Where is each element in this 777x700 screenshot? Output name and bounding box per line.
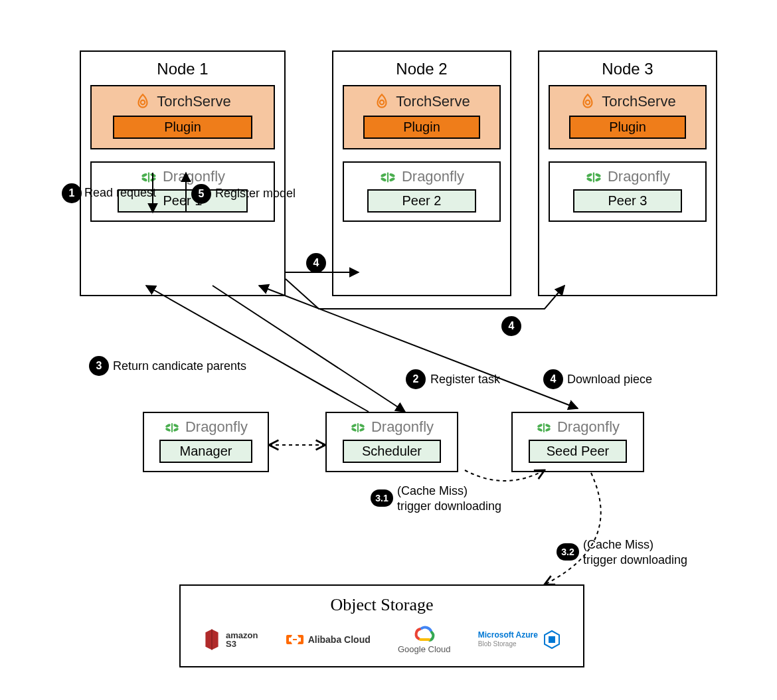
scheduler-box: Dragonfly Scheduler	[325, 412, 458, 472]
plugin-box-3: Plugin	[569, 116, 685, 139]
svg-point-30	[359, 427, 365, 432]
step-1-badge: 1	[62, 183, 82, 203]
node-2: Node 2 TorchServe Plugin Dragonfly Peer …	[332, 50, 511, 296]
svg-point-35	[545, 427, 551, 432]
amazon-s3-logo: amazon S3	[202, 628, 258, 652]
torchserve-label: TorchServe	[602, 93, 675, 110]
svg-point-12	[381, 173, 387, 178]
alibaba-icon	[286, 633, 304, 646]
manager-box: Dragonfly Manager	[143, 412, 269, 472]
dragonfly-icon	[536, 419, 552, 435]
svg-point-32	[537, 423, 543, 428]
dragonfly-label: Dragonfly	[557, 418, 620, 436]
dragonfly-label: Dragonfly	[185, 418, 248, 436]
step-3-1-badge: 3.1	[371, 489, 393, 507]
step-3-label: Return candicate parents	[113, 359, 246, 374]
torchserve-box-3: TorchServe Plugin	[549, 85, 707, 149]
svg-rect-37	[293, 639, 297, 640]
torchserve-box-2: TorchServe Plugin	[343, 85, 501, 149]
svg-rect-38	[549, 636, 555, 643]
s3-text-2: S3	[226, 640, 258, 648]
seed-peer-box: Dragonfly Seed Peer	[511, 412, 644, 472]
storage-providers: amazon S3 Alibaba Cloud Google Cloud	[197, 624, 567, 654]
step-3-2-label: (Cache Miss) trigger downloading	[583, 537, 687, 569]
object-storage-title: Object Storage	[197, 595, 567, 615]
gcp-text: Google Cloud	[398, 644, 451, 654]
svg-point-18	[595, 173, 602, 178]
node-2-title: Node 2	[333, 60, 510, 78]
svg-point-29	[351, 427, 357, 432]
manager-label: Manager	[159, 440, 252, 463]
svg-point-25	[173, 427, 179, 432]
azure-text-2: Blob Storage	[478, 640, 538, 648]
svg-point-14	[381, 177, 387, 183]
alibaba-text: Alibaba Cloud	[308, 634, 371, 645]
peer-3-label: Peer 3	[573, 189, 683, 213]
step-5-badge: 5	[191, 184, 211, 204]
step-1-label: Read request	[84, 185, 156, 201]
azure-blob-logo: Microsoft Azure Blob Storage	[478, 630, 562, 650]
torchserve-label: TorchServe	[396, 93, 470, 110]
object-storage-box: Object Storage amazon S3 Alibaba Cloud	[179, 584, 584, 667]
svg-point-10	[150, 177, 157, 183]
torchserve-icon	[579, 93, 596, 110]
node-1-title: Node 1	[81, 60, 284, 78]
plugin-box-2: Plugin	[363, 116, 479, 139]
alibaba-cloud-logo: Alibaba Cloud	[286, 633, 371, 646]
step-2-badge: 2	[406, 369, 426, 389]
svg-line-4	[146, 286, 369, 412]
dragonfly-icon	[164, 419, 180, 435]
svg-rect-11	[148, 173, 149, 183]
azure-blob-icon	[542, 630, 562, 650]
dragonfly-label: Dragonfly	[163, 168, 225, 185]
svg-point-33	[545, 423, 551, 428]
azure-text-1: Microsoft Azure	[478, 631, 538, 640]
step-4b-badge: 4	[501, 316, 521, 336]
peer-2-label: Peer 2	[367, 189, 477, 213]
dragonfly-icon	[379, 168, 396, 185]
dragonfly-icon	[585, 168, 602, 185]
dragonfly-peer-3: Dragonfly Peer 3	[549, 161, 707, 222]
dragonfly-label: Dragonfly	[402, 168, 464, 185]
dragonfly-icon	[140, 168, 157, 185]
svg-point-13	[389, 173, 396, 178]
step-3-1-label: (Cache Miss) trigger downloading	[397, 483, 501, 515]
step-4c-label: Download piece	[567, 372, 652, 387]
svg-point-17	[586, 173, 593, 178]
svg-point-20	[595, 177, 602, 183]
step-5-label: Register model	[215, 186, 296, 201]
svg-point-15	[389, 177, 396, 183]
gcp-icon	[412, 624, 436, 643]
torchserve-icon	[373, 93, 390, 110]
svg-point-34	[537, 427, 543, 432]
node-1: Node 1 TorchServe Plugin Dragonfly Peer …	[80, 50, 286, 296]
svg-point-19	[586, 177, 593, 183]
svg-point-28	[359, 423, 365, 428]
aws-s3-icon	[202, 628, 222, 652]
s3-text-1: amazon	[226, 631, 258, 640]
node-3-title: Node 3	[539, 60, 716, 78]
google-cloud-logo: Google Cloud	[398, 624, 451, 654]
svg-rect-16	[387, 173, 388, 183]
svg-point-24	[165, 427, 171, 432]
svg-point-7	[141, 173, 148, 178]
dragonfly-label: Dragonfly	[608, 168, 670, 185]
plugin-box-1: Plugin	[113, 116, 252, 139]
step-4c-badge: 4	[543, 369, 563, 389]
step-3-2-badge: 3.2	[557, 543, 579, 561]
svg-rect-26	[171, 423, 173, 432]
svg-rect-36	[543, 423, 545, 432]
torchserve-label: TorchServe	[157, 93, 230, 110]
svg-point-27	[351, 423, 357, 428]
torchserve-icon	[134, 93, 151, 110]
dragonfly-icon	[350, 419, 366, 435]
svg-line-3	[213, 286, 405, 412]
svg-point-9	[141, 177, 148, 183]
scheduler-label: Scheduler	[343, 440, 441, 463]
step-2-label: Register task	[430, 372, 500, 387]
dragonfly-label: Dragonfly	[371, 418, 434, 436]
svg-point-23	[173, 423, 179, 428]
architecture-diagram: Node 1 TorchServe Plugin Dragonfly Peer …	[0, 0, 777, 700]
svg-line-5	[259, 286, 578, 408]
svg-rect-21	[593, 173, 594, 183]
